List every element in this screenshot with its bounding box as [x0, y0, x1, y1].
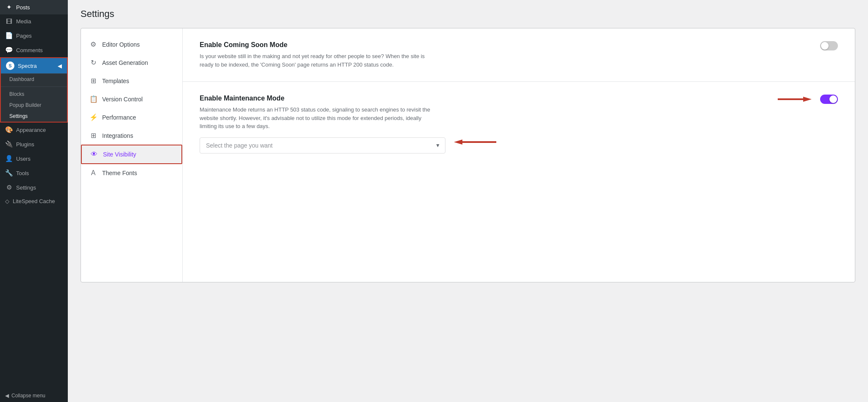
svg-marker-2 [454, 140, 462, 145]
settings-icon: ⚙ [5, 184, 13, 191]
performance-icon: ⚡ [89, 113, 97, 121]
nav-site-visibility[interactable]: 👁 Site Visibility [81, 145, 182, 164]
sidebar-item-litespeed[interactable]: ◇ LiteSpeed Cache [0, 195, 68, 208]
theme-fonts-icon: A [89, 169, 97, 177]
tools-icon: 🔧 [5, 169, 13, 177]
sidebar-item-appearance[interactable]: 🎨 Appearance [0, 123, 68, 137]
svg-marker-1 [803, 97, 812, 102]
sidebar-sub-dashboard[interactable]: Dashboard [1, 74, 67, 85]
maintenance-row-wrapper: Enable Maintenance Mode Maintenance Mode… [200, 95, 838, 154]
media-icon: 🎞 [5, 18, 13, 25]
settings-content-area: Enable Coming Soon Mode Is your website … [183, 28, 855, 282]
spectra-logo: S [6, 61, 14, 70]
maintenance-description: Maintenance Mode returns an HTTP 503 sta… [200, 106, 437, 131]
site-visibility-icon: 👁 [90, 151, 98, 158]
pages-icon: 📄 [5, 32, 13, 39]
sidebar-item-comments[interactable]: 💬 Comments [0, 43, 68, 57]
coming-soon-text: Enable Coming Soon Mode Is your website … [200, 41, 812, 69]
sidebar-item-pages[interactable]: 📄 Pages [0, 28, 68, 43]
integrations-icon: ⊞ [89, 131, 97, 140]
nav-asset-generation[interactable]: ↻ Asset Generation [81, 53, 182, 72]
coming-soon-slider [820, 41, 838, 50]
appearance-icon: 🎨 [5, 126, 13, 134]
coming-soon-row: Enable Coming Soon Mode Is your website … [200, 41, 838, 69]
page-select-wrapper: Select the page you want ▼ [200, 137, 445, 154]
coming-soon-toggle[interactable] [820, 41, 838, 50]
version-control-icon: 📋 [89, 95, 97, 103]
litespeed-icon: ◇ [5, 198, 9, 204]
editor-options-icon: ⚙ [89, 40, 97, 48]
sidebar-item-plugins[interactable]: 🔌 Plugins [0, 137, 68, 151]
sidebar-item-users[interactable]: 👤 Users [0, 151, 68, 166]
page-title: Settings [81, 8, 855, 20]
users-icon: 👤 [5, 155, 13, 162]
spectra-chevron: ◀ [58, 63, 62, 69]
sidebar-item-tools[interactable]: 🔧 Tools [0, 166, 68, 180]
maintenance-row: Enable Maintenance Mode Maintenance Mode… [200, 95, 838, 131]
coming-soon-description: Is your website still in the making and … [200, 52, 437, 69]
maintenance-section: Enable Maintenance Mode Maintenance Mode… [183, 82, 855, 166]
templates-icon: ⊞ [89, 77, 97, 85]
nav-templates[interactable]: ⊞ Templates [81, 72, 182, 90]
coming-soon-title: Enable Coming Soon Mode [200, 41, 812, 49]
sidebar-item-posts[interactable]: ✦ Posts [0, 0, 68, 14]
spectra-menu-item[interactable]: S Spectra ◀ [1, 58, 67, 73]
coming-soon-section: Enable Coming Soon Mode Is your website … [183, 28, 855, 82]
maintenance-text: Enable Maintenance Mode Maintenance Mode… [200, 95, 769, 131]
page-select-dropdown[interactable]: Select the page you want [200, 137, 445, 154]
comments-icon: 💬 [5, 46, 13, 54]
nav-theme-fonts[interactable]: A Theme Fonts [81, 164, 182, 182]
spectra-sub-group: Dashboard Blocks Popup Builder Settings [1, 73, 67, 122]
collapse-menu-button[interactable]: ◀ Collapse menu [0, 389, 68, 402]
collapse-icon: ◀ [5, 393, 9, 399]
main-content: Settings ⚙ Editor Options ↻ Asset Genera… [68, 0, 868, 402]
sidebar-sub-popup-builder[interactable]: Popup Builder [1, 100, 67, 111]
maintenance-title: Enable Maintenance Mode [200, 95, 769, 102]
settings-card: ⚙ Editor Options ↻ Asset Generation ⊞ Te… [81, 28, 855, 282]
select-row-wrapper: Select the page you want ▼ [200, 131, 838, 154]
coming-soon-toggle-wrapper [820, 41, 838, 50]
sidebar-sub-settings[interactable]: Settings [1, 111, 67, 122]
sidebar-item-settings[interactable]: ⚙ Settings [0, 180, 68, 195]
nav-integrations[interactable]: ⊞ Integrations [81, 126, 182, 145]
maintenance-toggle[interactable] [820, 95, 838, 104]
posts-icon: ✦ [5, 3, 13, 11]
maintenance-slider [820, 95, 838, 104]
arrow-left-indicator [454, 138, 496, 146]
nav-version-control[interactable]: 📋 Version Control [81, 90, 182, 108]
asset-generation-icon: ↻ [89, 59, 97, 67]
settings-nav: ⚙ Editor Options ↻ Asset Generation ⊞ Te… [81, 28, 183, 282]
sidebar-sub-blocks[interactable]: Blocks [1, 89, 67, 100]
spectra-label: Spectra [18, 63, 37, 69]
spectra-group: S Spectra ◀ Dashboard Blocks Popup Build… [0, 57, 68, 123]
sidebar-item-media[interactable]: 🎞 Media [0, 14, 68, 28]
nav-performance[interactable]: ⚡ Performance [81, 108, 182, 126]
arrow-right-indicator [778, 95, 812, 103]
sidebar: ✦ Posts 🎞 Media 📄 Pages 💬 Comments S Spe… [0, 0, 68, 402]
nav-editor-options[interactable]: ⚙ Editor Options [81, 35, 182, 53]
plugins-icon: 🔌 [5, 140, 13, 148]
